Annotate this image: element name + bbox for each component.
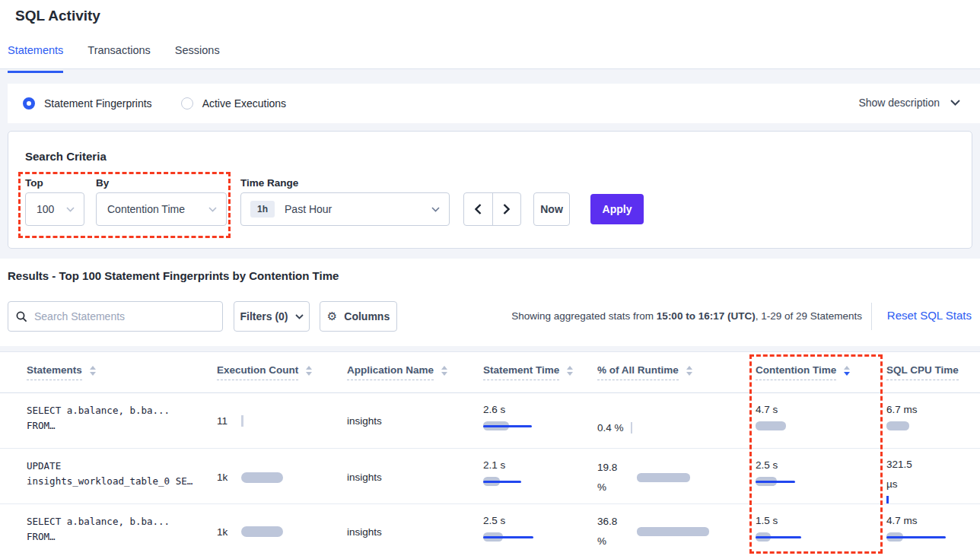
table-row[interactable]: SELECT a.balance, b.ba...FROM…1kinsights… — [0, 504, 980, 559]
statement-cell[interactable]: SELECT a.balance, b.ba...FROM… — [27, 393, 217, 448]
application-name-cell: insights — [347, 504, 483, 559]
search-statements-input[interactable] — [34, 310, 215, 322]
sort-icon[interactable] — [567, 366, 573, 376]
chevron-down-icon — [66, 207, 75, 212]
statement-time-cell-value: 2.5 s — [483, 514, 590, 527]
previous-time-button[interactable] — [464, 193, 492, 225]
top-label: Top — [25, 177, 43, 189]
column-header-statements: Statements — [27, 364, 217, 380]
sort-icon[interactable] — [90, 366, 96, 376]
sql-cpu-time-cell: 4.7 ms — [886, 504, 980, 559]
contention-time-cell: 1.5 s — [756, 504, 886, 559]
table-row[interactable]: SELECT a.balance, b.ba...FROM…11insights… — [0, 393, 980, 449]
metric-bar — [756, 477, 795, 486]
execution-count-value: 1k — [217, 472, 228, 483]
pct-of-runtime-cell: 36.8% — [597, 504, 756, 559]
value-line: µs — [886, 475, 972, 494]
results-heading: Results - Top 100 Statement Fingerprints… — [8, 269, 339, 282]
sort-down-arrow — [90, 372, 96, 376]
show-description-toggle[interactable]: Show description — [858, 97, 960, 109]
statement-time-cell-value: 2.1 s — [483, 459, 590, 472]
sql-cpu-time-cell-value: 4.7 ms — [886, 514, 972, 527]
table-row[interactable]: UPDATEinsights_workload_table_0 SE…1kins… — [0, 449, 980, 504]
column-header-label[interactable]: Application Name — [347, 364, 434, 380]
metric-bar — [241, 526, 283, 537]
bar-gray-segment — [637, 527, 709, 536]
statement-line: SELECT a.balance, b.ba... — [27, 403, 209, 418]
apply-button[interactable]: Apply — [590, 194, 644, 224]
bar-gray-segment — [241, 472, 283, 483]
reset-sql-stats-link[interactable]: Reset SQL Stats — [887, 309, 972, 322]
column-header-label[interactable]: % of All Runtime — [597, 364, 679, 380]
sort-down-arrow — [441, 372, 447, 376]
top-select[interactable]: 100 — [25, 192, 84, 226]
chevron-down-icon — [950, 100, 960, 106]
column-header-label[interactable]: Execution Count — [217, 364, 298, 380]
tab-divider — [0, 68, 980, 69]
application-name-cell: insights — [347, 393, 483, 448]
column-header-label[interactable]: Contention Time — [756, 364, 836, 380]
column-header-label[interactable]: Statement Time — [483, 364, 559, 380]
radio-statement-fingerprints[interactable]: Statement Fingerprints — [23, 97, 152, 110]
column-header-label[interactable]: Statements — [27, 364, 82, 380]
radio-unselected-icon[interactable] — [181, 97, 193, 110]
column-header-label[interactable]: SQL CPU Time — [886, 364, 959, 380]
next-time-button[interactable] — [492, 193, 521, 225]
statement-line: UPDATE — [27, 459, 209, 474]
show-description-label: Show description — [858, 97, 940, 109]
contention-time-cell-value: 1.5 s — [756, 514, 879, 527]
statement-line: insights_workload_table_0 SE… — [27, 474, 209, 489]
sort-down-arrow — [306, 372, 312, 376]
sort-down-arrow — [844, 372, 850, 376]
metric-tick — [241, 415, 243, 427]
application-name-value: insights — [347, 472, 382, 483]
sort-down-arrow — [567, 372, 573, 376]
statement-cell[interactable]: UPDATEinsights_workload_table_0 SE… — [27, 449, 217, 506]
sort-icon[interactable] — [441, 366, 447, 376]
statement-line: SELECT a.balance, b.ba... — [27, 514, 209, 529]
search-criteria-card: Search Criteria Top 100 By Contention Ti… — [8, 131, 972, 249]
metric-bar — [637, 527, 709, 536]
radio-selected-icon[interactable] — [23, 97, 35, 110]
time-range-select[interactable]: 1h Past Hour — [240, 192, 450, 226]
showing-prefix: Showing aggregated stats from — [511, 310, 657, 322]
sort-up-arrow — [686, 366, 692, 370]
chevron-down-icon — [295, 314, 304, 319]
execution-count-cell: 1k — [217, 449, 347, 506]
contention-time-cell: 2.5 s — [756, 449, 886, 506]
column-header-contention-time: Contention Time — [756, 364, 886, 380]
pct-of-runtime-cell: 0.4 % — [597, 393, 756, 448]
application-name-cell: insights — [347, 449, 483, 506]
contention-time-cell: 4.7 s — [756, 393, 886, 448]
filters-button[interactable]: Filters (0) — [234, 301, 310, 332]
sort-down-arrow — [686, 372, 692, 376]
chevron-left-icon — [475, 204, 482, 214]
time-range-stepper — [463, 192, 521, 226]
columns-button[interactable]: ⚙ Columns — [320, 301, 397, 332]
bar-gray-segment — [756, 421, 786, 430]
contention-time-cell-value: 4.7 s — [756, 403, 879, 416]
bar-gray-segment — [637, 473, 690, 482]
bar-blue-segment — [483, 425, 532, 428]
sort-icon[interactable] — [844, 366, 850, 376]
statement-time-cell: 2.1 s — [483, 449, 597, 506]
value-line: % — [597, 478, 617, 497]
bar-blue-segment — [483, 536, 533, 539]
statement-cell[interactable]: SELECT a.balance, b.ba...FROM… — [27, 504, 217, 559]
value-line: 19.8 — [597, 458, 617, 478]
search-statements-box — [8, 301, 223, 332]
pct-of-runtime-cell-value: 19.8% — [597, 458, 617, 497]
showing-stats-text: Showing aggregated stats from 15:00 to 1… — [511, 310, 862, 322]
now-button[interactable]: Now — [533, 192, 570, 226]
time-range-badge: 1h — [250, 201, 275, 218]
sort-icon[interactable] — [686, 366, 692, 376]
by-label: By — [96, 177, 109, 189]
radio-label: Statement Fingerprints — [44, 97, 152, 110]
radio-active-executions[interactable]: Active Executions — [181, 97, 287, 110]
by-select[interactable]: Contention Time — [96, 192, 227, 226]
showing-suffix: , 1-29 of 29 Statements — [756, 310, 862, 322]
metric-bar — [756, 421, 786, 430]
chevron-down-icon — [208, 207, 217, 212]
sort-icon[interactable] — [306, 366, 312, 376]
statement-line: FROM… — [27, 529, 209, 545]
